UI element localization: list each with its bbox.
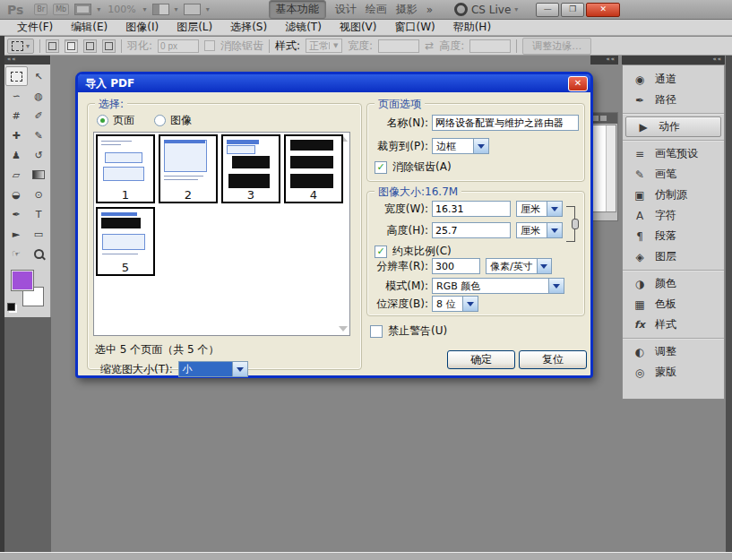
icon-dock-collapse-icon[interactable]: ««	[590, 56, 618, 65]
reset-button[interactable]: 复位	[519, 350, 587, 369]
menu-window[interactable]: 窗口(W)	[386, 20, 443, 35]
move-tool[interactable]: ↖	[28, 66, 50, 86]
eraser-tool[interactable]: ▱	[5, 165, 28, 185]
gradient-tool[interactable]	[28, 165, 50, 185]
panel-item-channels[interactable]: ◉ 通道	[623, 69, 724, 90]
type-tool[interactable]: T	[28, 204, 50, 224]
scroll-down-icon[interactable]	[339, 326, 348, 332]
dodge-tool[interactable]: ⊙	[28, 185, 50, 204]
thumbnail-page-2[interactable]: 2	[159, 134, 218, 203]
workspace-overflow-icon[interactable]: »	[426, 4, 433, 16]
panel-item-paragraph[interactable]: ¶ 段落	[623, 226, 724, 246]
path-selection-tool[interactable]: ►	[5, 224, 28, 244]
thumbnail-page-1[interactable]: 1	[96, 134, 155, 203]
view-extras-caret-icon[interactable]: ▾	[97, 5, 100, 13]
pen-tool[interactable]: ✒	[5, 204, 28, 224]
thumbnail-page-5[interactable]: 5	[96, 207, 155, 276]
dialog-title-bar[interactable]: 导入 PDF ✕	[78, 74, 590, 92]
menu-layer[interactable]: 图层(L)	[168, 20, 220, 35]
panel-item-character[interactable]: A 字符	[623, 205, 724, 226]
bit-depth-dropdown[interactable]: 8 位	[432, 296, 478, 312]
hidden-panel-scrollbar[interactable]	[606, 125, 616, 211]
history-brush-tool[interactable]: ↺	[28, 145, 50, 165]
panel-dock-collapse-icon[interactable]: ««	[622, 56, 725, 65]
minimize-button[interactable]: —	[536, 3, 559, 17]
panel-item-swatches[interactable]: ▦ 色板	[623, 294, 724, 314]
thumbnail-page-3[interactable]: 3	[221, 134, 280, 203]
menu-select[interactable]: 选择(S)	[222, 20, 275, 35]
panel-item-color[interactable]: ◑ 颜色	[623, 273, 724, 294]
rectangular-marquee-tool[interactable]	[5, 66, 28, 86]
brush-tool[interactable]: ✎	[28, 125, 50, 145]
arrange-documents-caret-icon[interactable]: ▾	[175, 5, 178, 13]
workspace-photography[interactable]: 摄影	[396, 2, 418, 17]
intersect-selection-mode-icon[interactable]	[102, 39, 116, 53]
height-dialog-input[interactable]	[432, 222, 511, 238]
quick-selection-tool[interactable]: ◍	[28, 86, 50, 106]
crop-to-dropdown[interactable]: 边框	[432, 138, 489, 154]
tool-preset-picker[interactable]: ▾	[7, 39, 34, 54]
cs-live-menu[interactable]: CS Live ▾	[454, 3, 518, 16]
foreground-color-swatch[interactable]	[11, 270, 34, 291]
menu-view[interactable]: 视图(V)	[332, 20, 385, 35]
style-dropdown[interactable]: 正常 ▼	[306, 39, 342, 53]
pages-radio[interactable]: 页面	[97, 113, 134, 128]
clone-stamp-tool[interactable]: ♟	[5, 145, 28, 165]
panel-item-paths[interactable]: ✒ 路径	[623, 90, 724, 110]
suppress-warnings-checkbox[interactable]	[370, 325, 383, 338]
restore-button[interactable]: ❐	[561, 3, 584, 17]
panel-item-actions[interactable]: ▶ 动作	[625, 116, 721, 137]
launch-minibridge-button[interactable]: Mb	[53, 4, 69, 15]
view-extras-icon[interactable]	[74, 4, 91, 15]
height-unit-dropdown[interactable]: 厘米	[516, 222, 563, 238]
menu-edit[interactable]: 编辑(E)	[63, 20, 116, 35]
resolution-input[interactable]	[432, 258, 480, 274]
workspace-essentials[interactable]: 基本功能	[269, 0, 326, 19]
width-input[interactable]	[378, 39, 419, 53]
width-unit-dropdown[interactable]: 厘米	[516, 201, 563, 217]
constrain-proportions-checkbox[interactable]: ✓	[375, 246, 387, 258]
workspace-design[interactable]: 设计	[335, 2, 357, 17]
panel-item-brush-presets[interactable]: ≡ 画笔预设	[623, 143, 724, 164]
zoom-tool[interactable]	[28, 244, 50, 263]
panel-item-styles[interactable]: fx 样式	[623, 314, 724, 335]
images-radio[interactable]: 图像	[154, 113, 192, 128]
arrange-documents-icon[interactable]	[152, 4, 169, 15]
thumbnail-size-dropdown[interactable]: 小	[178, 361, 248, 377]
menu-help[interactable]: 帮助(H)	[445, 20, 499, 35]
name-input[interactable]	[432, 115, 579, 131]
launch-bridge-button[interactable]: Br	[34, 4, 47, 15]
screen-mode-icon[interactable]	[184, 4, 201, 15]
panel-item-brush[interactable]: ✎ 画笔	[623, 164, 724, 185]
zoom-level[interactable]: 100%	[108, 4, 135, 15]
height-input[interactable]	[469, 39, 511, 53]
menu-file[interactable]: 文件(F)	[9, 20, 61, 35]
menu-image[interactable]: 图像(I)	[117, 20, 167, 35]
new-selection-mode-icon[interactable]	[46, 39, 59, 53]
width-dialog-input[interactable]	[432, 201, 511, 217]
ok-button[interactable]: 确定	[447, 350, 515, 369]
zoom-caret-icon[interactable]: ▾	[143, 5, 147, 13]
spot-healing-brush-tool[interactable]: ✚	[5, 125, 28, 145]
mode-dropdown[interactable]: RGB 颜色	[432, 278, 564, 294]
menu-filter[interactable]: 滤镜(T)	[277, 20, 330, 35]
antialias-dialog-checkbox[interactable]: ✓	[375, 161, 387, 174]
swap-dimensions-icon[interactable]: ⇄	[425, 39, 434, 52]
rectangle-tool[interactable]: ▭	[28, 224, 50, 244]
workspace-painting[interactable]: 绘画	[366, 2, 387, 17]
hidden-panel-resize-grip[interactable]	[590, 213, 617, 220]
panel-item-layers[interactable]: ◈ 图层	[623, 246, 724, 267]
panel-item-masks[interactable]: ◎ 蒙版	[623, 362, 724, 383]
panel-item-adjustments[interactable]: ◐ 调整	[623, 341, 724, 362]
refine-edge-button[interactable]: 调整边缘…	[522, 38, 591, 55]
feather-input[interactable]	[158, 39, 199, 53]
crop-tool[interactable]: #	[5, 106, 28, 125]
subtract-selection-mode-icon[interactable]	[83, 39, 97, 53]
page-thumbnail-list[interactable]: 1 2	[93, 132, 350, 336]
hand-tool[interactable]: ☞	[5, 244, 28, 263]
eyedropper-tool[interactable]: ✐	[28, 106, 50, 125]
lasso-tool[interactable]: ∽	[5, 86, 28, 106]
add-selection-mode-icon[interactable]	[65, 39, 78, 53]
antialias-checkbox[interactable]	[204, 40, 215, 51]
dialog-close-button[interactable]: ✕	[568, 76, 588, 91]
